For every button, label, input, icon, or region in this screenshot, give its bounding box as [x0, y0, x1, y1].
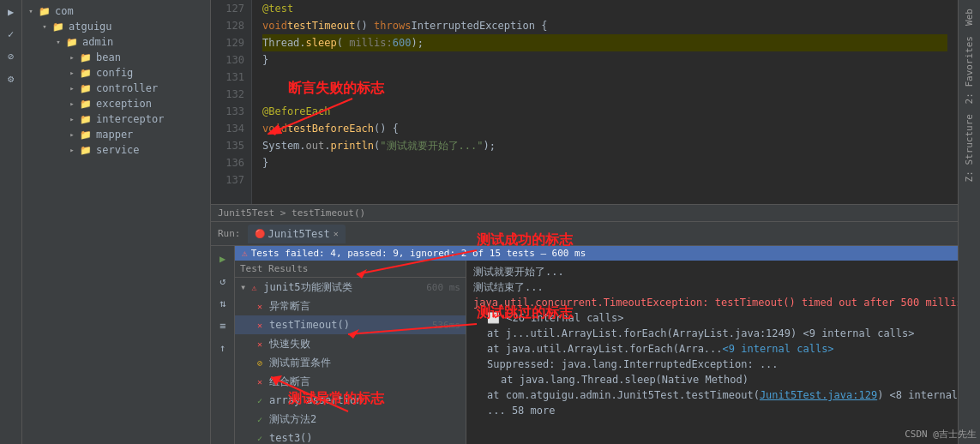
play-button[interactable]: ▶: [213, 249, 232, 268]
tree-item-interceptor[interactable]: ▸📁interceptor: [22, 111, 210, 127]
stop-icon-btn[interactable]: ⊘: [3, 48, 20, 65]
test-item-t1[interactable]: ✕异常断言: [235, 297, 466, 315]
test-name-t4: 测试前置条件: [269, 356, 331, 370]
output-line-10: ... 58 more: [473, 403, 951, 418]
test-item-t6[interactable]: ✓array assertion: [235, 391, 466, 410]
tree-item-config[interactable]: ▸📁config: [22, 65, 210, 81]
code-line-137: [262, 171, 947, 189]
output-link-6[interactable]: <9 internal calls>: [723, 343, 834, 355]
code-lines[interactable]: @testvoid testTimeout() throws Interrupt…: [252, 0, 958, 204]
test-name-t6: array assertion: [269, 394, 362, 406]
folder-icon-service: 📁: [79, 144, 93, 156]
tree-label-interceptor: interceptor: [96, 113, 164, 125]
run-icon-btn[interactable]: ▶: [3, 3, 20, 21]
line-numbers: 127128129130131132133134135136137: [211, 0, 252, 204]
output-line-8: at java.lang.Thread.sleep(Native Method): [473, 372, 951, 387]
test-status-icon-t6: ✓: [254, 394, 266, 406]
tree-arrow-mapper: ▸: [67, 129, 77, 140]
tree-arrow-atguigu: ▾: [39, 21, 50, 32]
run-tab-label: Junit5Test: [268, 228, 330, 240]
tree-label-com: com: [55, 5, 74, 17]
code-line-130: }: [262, 51, 947, 69]
tree-arrow-admin: ▾: [53, 37, 63, 47]
test-name-t2: testTimeout(): [269, 319, 350, 331]
tree-item-controller[interactable]: ▸📁controller: [22, 81, 210, 96]
sort-button[interactable]: ⇅: [213, 294, 232, 313]
main-container: ▶ ✓ ⊘ ⚙ ▾📁com▾📁atguigu▾📁admin▸📁bean▸📁con…: [0, 0, 980, 444]
code-line-136: }: [262, 154, 947, 171]
output-line-9: at com.atguigu.admin.Junit5Test.testTime…: [473, 387, 951, 403]
folder-icon-bean: 📁: [79, 51, 93, 63]
test-item-t5[interactable]: ✕组合断言: [235, 372, 466, 391]
tree-label-admin: admin: [82, 36, 113, 48]
status-bar: ⚠ Tests failed: 4, passed: 9, ignored: 2…: [235, 246, 958, 261]
tree-item-exception[interactable]: ▸📁exception: [22, 96, 210, 111]
output-link-9[interactable]: Junit5Test.java:129: [760, 389, 877, 401]
code-line-134: void testBeforeEach() {: [262, 120, 947, 137]
folder-icon-interceptor: 📁: [79, 113, 93, 125]
folder-icon-mapper: 📁: [79, 129, 93, 141]
run-tab[interactable]: 🔴 Junit5Test ✕: [248, 225, 346, 243]
folder-icon-exception: 📁: [79, 98, 93, 110]
test-name-t1: 异常断言: [269, 299, 310, 314]
check-icon-btn[interactable]: ✓: [3, 26, 20, 43]
test-name-t8: test3(): [269, 432, 313, 444]
folder-icon-config: 📁: [79, 67, 93, 79]
vert-tab-favorites[interactable]: 2: Favorites: [960, 31, 978, 109]
test-status-icon-t5: ✕: [254, 375, 266, 387]
test-item-t3[interactable]: ✕快速失败: [235, 334, 466, 353]
tree-item-admin[interactable]: ▾📁admin: [22, 34, 210, 50]
test-item-t8[interactable]: ✓test3(): [235, 429, 466, 444]
run-panel: Run: 🔴 Junit5Test ✕ ▶ ↺ ⇅ ≡ ↑: [211, 221, 958, 444]
run-tab-icon: 🔴: [255, 229, 265, 238]
tree-item-atguigu[interactable]: ▾📁atguigu: [22, 19, 210, 34]
tree-item-mapper[interactable]: ▸📁mapper: [22, 127, 210, 142]
folder-icon-atguigu: 📁: [51, 21, 65, 33]
code-line-135: System.out.println("测试就要开始了...");: [262, 137, 947, 154]
tree-label-atguigu: atguigu: [69, 21, 112, 33]
build-icon-btn[interactable]: ⚙: [3, 70, 20, 87]
code-line-132: [262, 86, 947, 103]
run-panel-inner: ⚠ Tests failed: 4, passed: 9, ignored: 2…: [235, 246, 958, 444]
test-status-icon-t4: ⊘: [254, 357, 266, 369]
expand-button[interactable]: ↑: [213, 339, 232, 357]
tree-arrow-config: ▸: [67, 68, 77, 78]
test-status-icon-t2: ✕: [254, 319, 266, 331]
tree-item-com[interactable]: ▾📁com: [22, 3, 210, 19]
tree-arrow-interceptor: ▸: [67, 114, 77, 124]
folder-icon-com: 📁: [38, 5, 51, 17]
run-label: Run:: [218, 228, 241, 239]
test-time-class: 600 ms: [419, 282, 460, 293]
test-name-t5: 组合断言: [269, 375, 310, 389]
editor-content: 127128129130131132133134135136137 @testv…: [211, 0, 958, 204]
code-line-128: void testTimeout() throws InterruptedExc…: [262, 17, 947, 34]
left-sidebar: ▶ ✓ ⊘ ⚙: [0, 0, 22, 444]
code-line-133: @BeforeEach: [262, 103, 947, 120]
folder-icon-admin: 📁: [65, 36, 79, 48]
output-pane: 测试就要开始了...测试结束了...java.util.concurrent.T…: [466, 261, 958, 444]
output-line-0: 测试就要开始了...: [473, 264, 951, 279]
vert-tab-web[interactable]: Web: [960, 3, 978, 31]
tree-arrow-controller: ▸: [67, 83, 77, 93]
close-tab-button[interactable]: ✕: [334, 229, 339, 238]
run-controls: ▶ ↺ ⇅ ≡ ↑: [211, 246, 235, 444]
run-header: Run: 🔴 Junit5Test ✕: [211, 222, 958, 246]
tree-arrow-exception: ▸: [67, 99, 77, 109]
tree-arrow-bean: ▸: [67, 52, 77, 63]
test-status-icon-t7: ✓: [254, 413, 266, 425]
test-status-icon-t8: ✓: [254, 432, 266, 444]
filter-button[interactable]: ≡: [213, 316, 232, 335]
test-item-t4[interactable]: ⊘测试前置条件: [235, 353, 466, 372]
output-line-6: at java.util.ArrayList.forEach(Arra...<9…: [473, 341, 951, 357]
run-body: ▶ ↺ ⇅ ≡ ↑ ⚠ Tests failed: 4, passed: 9, …: [211, 246, 958, 444]
tree-label-service: service: [96, 144, 140, 156]
right-vert-tabs: Web 2: Favorites Z: Structure: [958, 0, 980, 444]
vert-tab-structure[interactable]: Z: Structure: [960, 109, 978, 187]
rerun-button[interactable]: ↺: [213, 272, 232, 291]
test-item-class[interactable]: ▾⚠junit5功能测试类600 ms: [235, 278, 466, 297]
tree-item-bean[interactable]: ▸📁bean: [22, 50, 210, 65]
status-text: Tests failed: 4, passed: 9, ignored: 2 o…: [251, 248, 586, 259]
tree-item-service[interactable]: ▸📁service: [22, 142, 210, 158]
test-item-t2[interactable]: ✕testTimeout()536ms: [235, 315, 466, 334]
test-item-t7[interactable]: ✓测试方法2: [235, 410, 466, 429]
